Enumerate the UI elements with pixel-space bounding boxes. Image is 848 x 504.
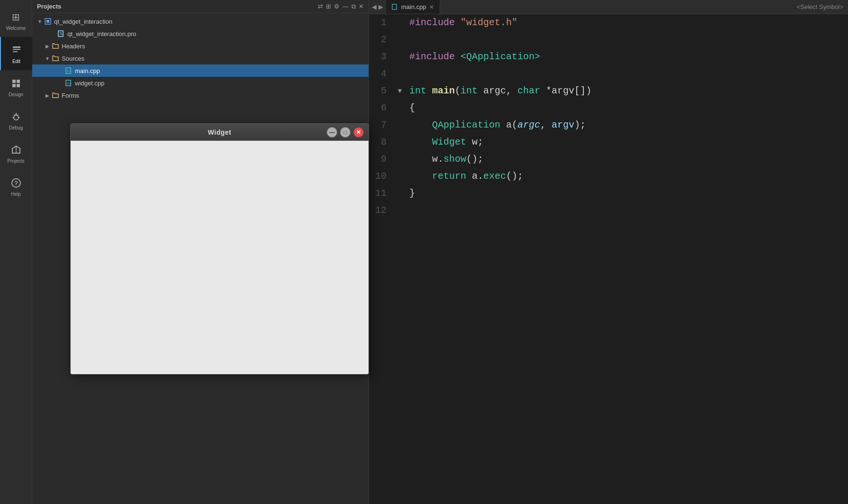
float-icon[interactable]: ⧉	[351, 3, 356, 10]
tree-item-label: Headers	[62, 43, 85, 50]
projects-header: Projects ⇄ ⊞ ⚙ — ⧉ ✕	[32, 0, 369, 13]
sidebar-item-edit[interactable]: Edit	[0, 37, 32, 70]
line-number: 3	[369, 48, 395, 65]
tree-item-headers[interactable]: ▶ Headers	[32, 40, 369, 52]
projects-title: Projects	[37, 3, 61, 10]
symbol-selector[interactable]: <Select Symbol>	[797, 3, 843, 10]
code-line: 11 }	[369, 185, 848, 202]
close-icon: ✕	[356, 129, 361, 136]
svg-rect-18	[46, 20, 49, 23]
sidebar-item-label: Design	[9, 92, 23, 97]
welcome-icon: ⊞	[9, 10, 23, 24]
projects-header-icons: ⇄ ⊞ ⚙ — ⧉ ✕	[318, 3, 364, 10]
line-content: Widget w;	[405, 134, 483, 151]
close-panel-icon[interactable]: ✕	[359, 3, 364, 10]
line-content: {	[405, 100, 415, 117]
svg-rect-3	[12, 80, 16, 83]
svg-text:C+: C+	[67, 70, 71, 73]
minimize-panel-icon[interactable]: —	[342, 3, 349, 10]
line-number: 5	[369, 82, 395, 100]
svg-rect-6	[17, 84, 20, 87]
widget-titlebar: Widget — □ ✕	[71, 124, 369, 141]
pro-file-icon	[57, 29, 65, 38]
svg-rect-19	[58, 31, 63, 37]
tree-item-label: Sources	[62, 55, 84, 62]
settings-icon[interactable]: ⚙	[334, 3, 340, 10]
svg-rect-5	[12, 84, 16, 87]
folder-icon	[51, 42, 60, 50]
tree-item-forms[interactable]: ▶ Forms	[32, 89, 369, 101]
tree-item-widgetcpp[interactable]: C+ widget.cpp	[32, 77, 369, 89]
svg-line-9	[14, 114, 15, 115]
svg-rect-26	[392, 4, 396, 9]
edit-icon	[10, 44, 23, 57]
line-number: 9	[369, 151, 395, 168]
tree-item-pro[interactable]: qt_widget_interaction.pro	[32, 27, 369, 40]
minimize-button[interactable]: —	[327, 127, 337, 137]
tab-close-icon[interactable]: ✕	[429, 4, 434, 10]
tree-item-label: Forms	[62, 92, 79, 99]
line-number: 10	[369, 168, 395, 185]
svg-rect-4	[17, 80, 20, 83]
line-content: w.show();	[405, 151, 483, 168]
svg-point-7	[14, 115, 18, 120]
code-line: 1 #include "widget.h"	[369, 14, 848, 31]
tree-item-label: qt_widget_interaction	[54, 18, 112, 25]
tree-item-maincpp[interactable]: C+ main.cpp	[32, 64, 369, 77]
svg-rect-0	[13, 46, 20, 48]
code-tab-maincpp[interactable]: main.cpp ✕	[386, 0, 440, 14]
code-content[interactable]: 1 #include "widget.h" 2 3 #include <QApp…	[369, 14, 848, 504]
line-content: int main(int argc, char *argv[])	[405, 82, 591, 100]
tree-item-label: widget.cpp	[75, 80, 104, 87]
close-button[interactable]: ✕	[353, 127, 364, 137]
tab-right-label[interactable]: <Select Symbol>	[792, 0, 848, 14]
widget-window: Widget — □ ✕	[70, 123, 369, 375]
tree-item-sources[interactable]: ▼ Sources	[32, 52, 369, 64]
code-editor: ◀ ▶ main.cpp ✕ <Select Symbol> 1 #includ…	[369, 0, 848, 504]
line-content: #include <QApplication>	[405, 48, 540, 65]
code-line: 6 {	[369, 100, 848, 117]
nav-fwd-icon[interactable]: ▶	[378, 3, 383, 10]
widget-controls: — □ ✕	[327, 127, 364, 137]
line-number: 2	[369, 31, 395, 48]
sidebar-item-welcome[interactable]: ⊞ Welcome	[0, 4, 32, 37]
svg-rect-1	[13, 49, 20, 50]
tab-nav-left[interactable]: ◀ ▶	[369, 0, 386, 14]
code-line: 8 Widget w;	[369, 134, 848, 151]
svg-text:C+: C+	[67, 82, 71, 85]
filter-icon[interactable]: ⊞	[326, 3, 331, 10]
sidebar-item-help[interactable]: ? Help	[0, 170, 32, 203]
cpp-file-icon: C+	[65, 66, 73, 75]
code-line: 4	[369, 65, 848, 82]
line-number: 12	[369, 202, 395, 219]
sidebar-item-debug[interactable]: Debug	[0, 103, 32, 137]
sidebar-item-label: Welcome	[6, 26, 26, 31]
maximize-button[interactable]: □	[340, 127, 350, 137]
code-tabs: ◀ ▶ main.cpp ✕ <Select Symbol>	[369, 0, 848, 14]
tree-item-root[interactable]: ▼ qt_widget_interaction	[32, 15, 369, 27]
sidebar-item-projects[interactable]: Projects	[0, 137, 32, 170]
arrow-spacer	[49, 30, 57, 37]
maximize-icon: □	[343, 129, 347, 136]
arrow-icon: ▶	[44, 92, 51, 99]
cpp-tab-icon	[392, 4, 398, 10]
project-file-icon	[44, 17, 52, 26]
line-gutter: ▼	[395, 82, 405, 100]
sidebar-item-design[interactable]: Design	[0, 70, 32, 103]
widget-body	[71, 141, 369, 374]
folder-icon	[51, 54, 60, 63]
svg-text:?: ?	[14, 180, 18, 187]
nav-back-icon[interactable]: ◀	[372, 3, 377, 10]
sidebar-item-label: Debug	[9, 125, 23, 130]
tree-item-label: main.cpp	[75, 67, 100, 74]
tree-item-label: qt_widget_interaction.pro	[67, 30, 136, 37]
line-content: return a.exec();	[405, 168, 523, 185]
svg-rect-2	[13, 51, 18, 52]
tab-filename: main.cpp	[401, 3, 426, 10]
debug-icon	[9, 110, 23, 123]
line-content	[405, 65, 415, 82]
line-content: #include "widget.h"	[405, 14, 517, 31]
arrow-spacer	[57, 79, 65, 87]
sync-icon[interactable]: ⇄	[318, 3, 323, 10]
sidebar: ⊞ Welcome Edit Design	[0, 0, 32, 504]
